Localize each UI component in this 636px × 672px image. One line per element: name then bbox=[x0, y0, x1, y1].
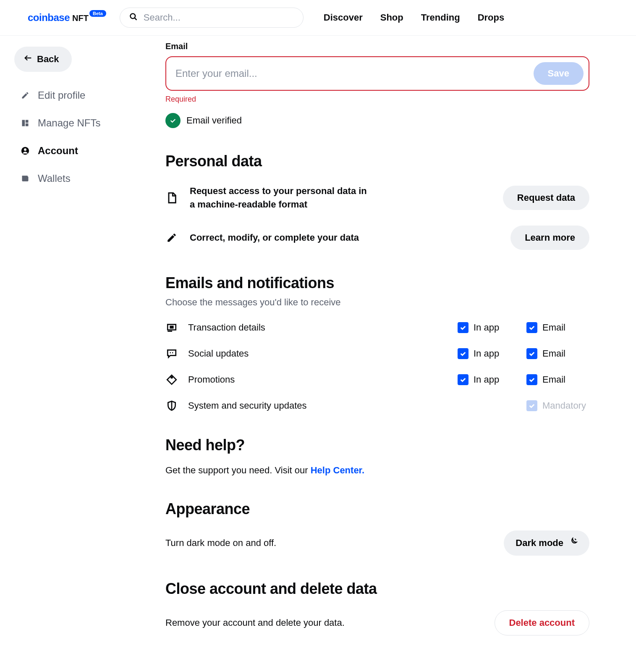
wallet-icon bbox=[20, 173, 30, 184]
checkbox-email-label: Email bbox=[542, 348, 565, 359]
notif-row-promotions: Promotions In app Email bbox=[165, 373, 589, 386]
notif-row-system: System and security updates Mandatory bbox=[165, 399, 589, 412]
nav-discover[interactable]: Discover bbox=[324, 12, 363, 23]
sidebar-item-manage-nfts[interactable]: Manage NFTs bbox=[20, 117, 165, 129]
notifications-sub: Choose the messages you'd like to receiv… bbox=[165, 297, 589, 308]
back-button[interactable]: Back bbox=[14, 47, 72, 72]
checkbox-email-label: Email bbox=[542, 322, 565, 333]
delete-account-button[interactable]: Delete account bbox=[495, 610, 590, 635]
checkbox-inapp[interactable] bbox=[458, 348, 468, 359]
notif-label: System and security updates bbox=[188, 400, 306, 411]
sidebar-item-label: Edit profile bbox=[38, 89, 85, 101]
arrow-left-icon bbox=[24, 53, 33, 65]
notif-row-social: Social updates In app Email bbox=[165, 347, 589, 360]
request-data-button[interactable]: Request data bbox=[503, 186, 589, 210]
checkbox-inapp[interactable] bbox=[458, 374, 468, 385]
search-box[interactable] bbox=[120, 8, 304, 28]
svg-point-7 bbox=[24, 148, 26, 151]
appearance-text: Turn dark mode on and off. bbox=[165, 538, 276, 549]
checkbox-inapp-label: In app bbox=[474, 374, 499, 385]
sidebar-item-account[interactable]: Account bbox=[20, 145, 165, 157]
svg-rect-9 bbox=[22, 176, 28, 177]
learn-more-button[interactable]: Learn more bbox=[510, 226, 589, 250]
logo-coinbase: coinbase bbox=[28, 12, 70, 24]
request-data-row: Request access to your personal data in … bbox=[165, 184, 589, 211]
sidebar-item-label: Account bbox=[38, 145, 78, 157]
email-label: Email bbox=[165, 42, 589, 51]
help-heading: Need help? bbox=[165, 436, 589, 454]
checkbox-inapp-label: In app bbox=[474, 322, 499, 333]
close-account-heading: Close account and delete data bbox=[165, 580, 589, 598]
sidebar-item-label: Manage NFTs bbox=[38, 117, 100, 129]
email-input[interactable] bbox=[175, 68, 534, 79]
nav-shop[interactable]: Shop bbox=[380, 12, 403, 23]
modify-data-text: Correct, modify, or complete your data bbox=[190, 231, 359, 244]
notifications-heading: Emails and notifications bbox=[165, 274, 589, 292]
modify-data-row: Correct, modify, or complete your data L… bbox=[165, 226, 589, 250]
close-account-row: Remove your account and delete your data… bbox=[165, 610, 589, 661]
help-text: Get the support you need. Visit our bbox=[165, 465, 311, 475]
header: coinbase NFT Beta Discover Shop Trending… bbox=[0, 0, 636, 36]
back-label: Back bbox=[37, 54, 59, 65]
svg-point-0 bbox=[130, 14, 135, 19]
checkbox-email[interactable] bbox=[526, 374, 537, 385]
document-icon bbox=[165, 192, 178, 204]
logo[interactable]: coinbase NFT Beta bbox=[28, 12, 108, 24]
dark-mode-label: Dark mode bbox=[516, 538, 563, 549]
svg-rect-8 bbox=[22, 176, 29, 181]
checkbox-mandatory bbox=[526, 400, 537, 411]
main-content: Email Save Required Email verified Perso… bbox=[165, 36, 589, 661]
sidebar-item-label: Wallets bbox=[38, 173, 71, 184]
checkbox-mandatory-label: Mandatory bbox=[542, 400, 586, 411]
svg-rect-3 bbox=[22, 120, 25, 126]
logo-nft: NFT bbox=[72, 13, 89, 23]
svg-rect-4 bbox=[26, 120, 29, 123]
sidebar-item-edit-profile[interactable]: Edit profile bbox=[20, 89, 165, 101]
notif-label: Transaction details bbox=[188, 322, 265, 333]
notif-label: Social updates bbox=[188, 348, 249, 359]
notif-row-transaction: Transaction details In app Email bbox=[165, 321, 589, 334]
checkbox-inapp-label: In app bbox=[474, 348, 499, 359]
tag-icon bbox=[165, 373, 178, 386]
search-icon bbox=[129, 13, 138, 23]
help-text-row: Get the support you need. Visit our Help… bbox=[165, 465, 589, 476]
receipt-icon bbox=[165, 321, 178, 334]
email-verified-label: Email verified bbox=[186, 115, 242, 126]
checkbox-email[interactable] bbox=[526, 348, 537, 359]
nav-links: Discover Shop Trending Drops bbox=[324, 12, 504, 23]
appearance-row: Turn dark mode on and off. Dark mode bbox=[165, 530, 589, 556]
notif-label: Promotions bbox=[188, 374, 235, 385]
checkbox-email[interactable] bbox=[526, 322, 537, 333]
personal-data-heading: Personal data bbox=[165, 152, 589, 170]
nav-drops[interactable]: Drops bbox=[478, 12, 505, 23]
svg-rect-12 bbox=[170, 326, 173, 328]
save-button[interactable]: Save bbox=[534, 62, 584, 85]
email-error: Required bbox=[165, 95, 589, 104]
moon-icon bbox=[568, 537, 578, 549]
svg-rect-5 bbox=[26, 123, 29, 126]
beta-badge: Beta bbox=[89, 10, 106, 17]
search-input[interactable] bbox=[144, 12, 294, 23]
dark-mode-button[interactable]: Dark mode bbox=[504, 530, 589, 556]
user-icon bbox=[20, 146, 30, 156]
sidebar: Back Edit profile Manage NFTs Account bbox=[14, 36, 165, 661]
sidebar-item-wallets[interactable]: Wallets bbox=[20, 173, 165, 184]
chat-icon bbox=[165, 347, 178, 360]
pencil-icon bbox=[165, 231, 178, 244]
pencil-icon bbox=[20, 90, 30, 100]
check-circle-icon bbox=[165, 113, 181, 128]
svg-point-15 bbox=[171, 377, 172, 378]
help-center-link[interactable]: Help Center. bbox=[311, 465, 364, 475]
shield-icon bbox=[165, 399, 178, 412]
checkbox-email-label: Email bbox=[542, 374, 565, 385]
svg-line-1 bbox=[134, 18, 136, 20]
checkbox-inapp[interactable] bbox=[458, 322, 468, 333]
grid-icon bbox=[20, 118, 30, 128]
email-verified-row: Email verified bbox=[165, 113, 589, 128]
close-account-text: Remove your account and delete your data… bbox=[165, 617, 345, 628]
request-data-text: Request access to your personal data in … bbox=[190, 184, 374, 211]
email-field-row: Save bbox=[165, 56, 589, 91]
nav-trending[interactable]: Trending bbox=[421, 12, 460, 23]
appearance-heading: Appearance bbox=[165, 500, 589, 518]
